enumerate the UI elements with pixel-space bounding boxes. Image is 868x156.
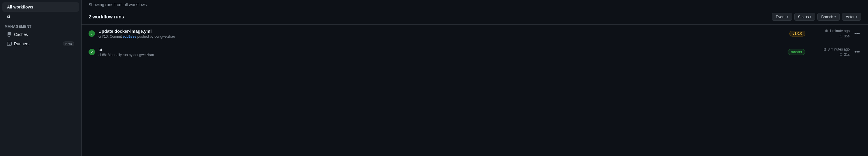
run-time-ago-2: 8 minutes ago [828, 47, 850, 51]
run-duration-1: ⏱ 35s [839, 34, 850, 38]
actor-filter-button[interactable]: Actor ▾ [842, 13, 861, 21]
calendar-icon-2: 🗓 [823, 47, 827, 51]
more-icon-2: ••• [854, 49, 860, 55]
filter-bar: Event ▾ Status ▾ Branch ▾ Actor ▾ [772, 13, 861, 21]
run-meta-2: 🗓 8 minutes ago ⏱ 31s [809, 47, 850, 57]
table-row[interactable]: ✓ Update docker-image.yml ci #10: Commit… [82, 25, 868, 43]
more-icon-1: ••• [854, 31, 860, 36]
run-time-1: 🗓 1 minute ago [825, 29, 850, 33]
clock-icon-2: ⏱ [839, 53, 843, 57]
runners-beta-badge: Beta [63, 42, 74, 46]
sidebar-item-all-workflows[interactable]: All workflows [2, 2, 79, 12]
caches-icon [7, 32, 12, 37]
success-check-icon-2: ✓ [89, 49, 95, 55]
calendar-icon-1: 🗓 [825, 29, 828, 33]
workflow-runs-count: 2 workflow runs [89, 14, 124, 20]
run-title-1: Update docker-image.yml [98, 29, 786, 33]
branch-filter-button[interactable]: Branch ▾ [817, 13, 839, 21]
actor-filter-label: Actor [846, 15, 855, 19]
status-chevron-icon: ▾ [810, 15, 811, 19]
runners-icon [7, 42, 12, 46]
sidebar-item-runners-label: Runners [14, 42, 29, 46]
run-status-icon-1: ✓ [89, 30, 95, 37]
run-info-1: Update docker-image.yml ci #10: Commit e… [98, 29, 786, 38]
run-title-2: ci [98, 47, 784, 52]
event-filter-button[interactable]: Event ▾ [772, 13, 792, 21]
run-subtitle-1: ci #10: Commit edd1e8e pushed by dongwei… [98, 34, 786, 38]
run-commit-hash-1[interactable]: edd1e8e [123, 34, 136, 38]
sidebar-item-caches[interactable]: Caches [2, 30, 79, 39]
run-info-2: ci ci #8: Manually run by dongweizhao [98, 47, 784, 57]
table-row[interactable]: ✓ ci ci #8: Manually run by dongweizhao … [82, 43, 868, 61]
run-status-icon-2: ✓ [89, 49, 95, 55]
run-time-ago-1: 1 minute ago [830, 29, 850, 33]
sidebar-item-ci-label: ci [7, 14, 10, 19]
run-meta-1: 🗓 1 minute ago ⏱ 35s [809, 29, 850, 38]
sidebar-item-ci[interactable]: ci [2, 12, 79, 21]
run-duration-value-1: 35s [844, 34, 850, 38]
event-chevron-icon: ▾ [787, 15, 788, 19]
management-section-label: Management [0, 21, 81, 30]
event-filter-label: Event [776, 15, 785, 19]
sidebar-item-caches-label: Caches [14, 32, 28, 37]
sidebar: All workflows ci Management Caches Runne… [0, 0, 82, 156]
run-branch-badge-1: v1.0.0 [789, 31, 805, 36]
status-filter-label: Status [798, 15, 809, 19]
run-time-2: 🗓 8 minutes ago [823, 47, 850, 51]
success-check-icon-1: ✓ [89, 30, 95, 37]
run-subtitle-2: ci #8: Manually run by dongweizhao [98, 53, 784, 57]
run-more-button-2[interactable]: ••• [853, 48, 861, 56]
status-filter-button[interactable]: Status ▾ [794, 13, 815, 21]
run-more-button-1[interactable]: ••• [853, 30, 861, 37]
run-duration-2: ⏱ 31s [839, 53, 850, 57]
sidebar-item-all-workflows-label: All workflows [7, 5, 33, 9]
actor-chevron-icon: ▾ [856, 15, 857, 19]
workflow-runs-header: 2 workflow runs Event ▾ Status ▾ Branch … [82, 9, 868, 25]
main-content: Showing runs from all workflows 2 workfl… [82, 0, 868, 156]
run-subtitle-prefix-2: ci #8: Manually run by dongweizhao [98, 53, 154, 57]
sidebar-item-runners[interactable]: Runners Beta [2, 39, 79, 49]
run-duration-value-2: 31s [844, 53, 850, 57]
run-branch-badge-2: master [787, 49, 805, 55]
run-subtitle-suffix-1: pushed by dongweizhao [137, 34, 175, 38]
branch-filter-label: Branch [821, 15, 833, 19]
run-subtitle-prefix-1: ci #10: Commit [98, 34, 122, 38]
branch-chevron-icon: ▾ [835, 15, 836, 19]
showing-runs-text: Showing runs from all workflows [82, 0, 868, 9]
run-list: ✓ Update docker-image.yml ci #10: Commit… [82, 25, 868, 61]
clock-icon-1: ⏱ [839, 34, 843, 38]
